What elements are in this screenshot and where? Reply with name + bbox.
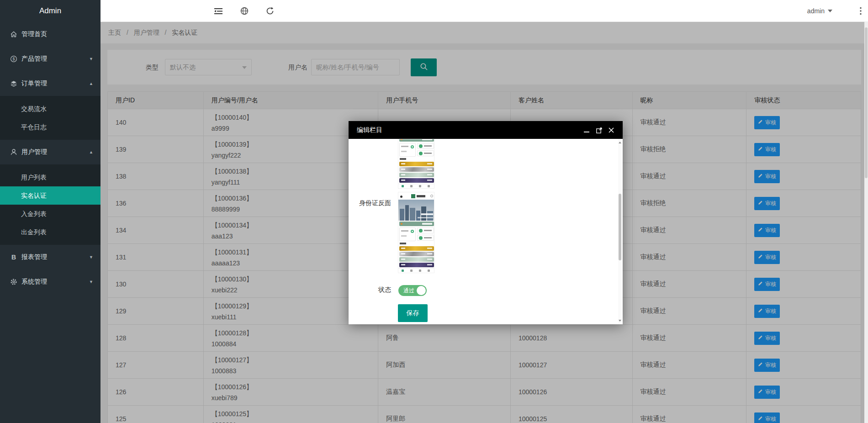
user-menu[interactable]: admin	[807, 0, 832, 22]
sidebar: Admin 管理首页 $ 产品管理 ▼ 订单管理 ▲ 交易流水 平仓日志	[0, 0, 101, 423]
refresh-icon[interactable]	[261, 0, 279, 22]
sidebar-item-label: 系统管理	[21, 278, 47, 286]
settings-icon	[10, 278, 17, 286]
chevron-down-icon: ▼	[89, 255, 93, 259]
svg-text:$: $	[12, 57, 15, 61]
product-icon: $	[10, 55, 17, 63]
id-card-back-image	[398, 192, 434, 273]
minimize-icon[interactable]	[583, 127, 590, 133]
phone-screenshot-mock	[398, 139, 434, 189]
topbar: admin	[101, 0, 868, 22]
status-label: 状态	[349, 286, 391, 294]
close-icon[interactable]	[608, 127, 614, 133]
dialog-header: 编辑栏目	[349, 121, 623, 139]
admin-app: Admin 管理首页 $ 产品管理 ▼ 订单管理 ▲ 交易流水 平仓日志	[0, 0, 868, 423]
sidebar-item-label: 报表管理	[21, 253, 47, 261]
sidebar-item-trade-flow[interactable]: 交易流水	[0, 100, 101, 118]
orders-submenu: 交易流水 平仓日志	[0, 96, 101, 140]
status-toggle-label: 通过	[403, 285, 414, 296]
dialog-title: 编辑栏目	[357, 121, 382, 139]
report-icon: B	[10, 254, 17, 261]
dialog-scrollbar-thumb[interactable]	[619, 194, 621, 260]
chevron-up-icon: ▲	[89, 150, 93, 154]
user-menu-label: admin	[807, 7, 825, 15]
sidebar-item-realname-auth[interactable]: 实名认证	[0, 186, 101, 205]
users-submenu: 用户列表 实名认证 入金列表 出金列表	[0, 164, 101, 245]
chevron-down-icon: ▼	[89, 57, 93, 61]
page-scrollbar-thumb[interactable]	[865, 27, 868, 178]
edit-dialog: 编辑栏目	[349, 121, 623, 324]
id-back-label: 身份证反面	[349, 199, 391, 207]
sidebar-item-withdraw-list[interactable]: 出金列表	[0, 223, 101, 241]
globe-icon[interactable]	[235, 0, 254, 22]
dialog-body: 身份证反面 状态 通过	[349, 139, 623, 324]
caret-down-icon	[828, 10, 832, 12]
sidebar-item-label: 订单管理	[21, 79, 47, 88]
id-card-front-image	[398, 139, 434, 189]
home-icon	[10, 31, 17, 38]
status-toggle[interactable]: 通过	[398, 285, 427, 296]
sidebar-item-orders[interactable]: 订单管理 ▲	[0, 71, 101, 96]
chevron-up-icon: ▲	[89, 81, 93, 86]
sidebar-item-users[interactable]: 用户管理 ▲	[0, 140, 101, 164]
sidebar-item-reports[interactable]: B 报表管理 ▼	[0, 245, 101, 270]
sidebar-item-system[interactable]: 系统管理 ▼	[0, 270, 101, 294]
sidebar-item-label: 用户管理	[21, 148, 47, 156]
phone-screenshot-mock	[398, 192, 434, 273]
dialog-scrollbar[interactable]	[618, 139, 622, 324]
user-icon	[10, 148, 17, 156]
scroll-up-icon[interactable]	[618, 139, 622, 146]
maximize-icon[interactable]	[596, 127, 602, 133]
sidebar-item-products[interactable]: $ 产品管理 ▼	[0, 47, 101, 71]
sidebar-item-deposit-list[interactable]: 入金列表	[0, 205, 101, 223]
sidebar-item-label: 管理首页	[21, 30, 47, 38]
sidebar-item-dashboard[interactable]: 管理首页	[0, 22, 101, 47]
kebab-menu-icon[interactable]	[860, 0, 862, 22]
sidebar-item-user-list[interactable]: 用户列表	[0, 168, 101, 186]
orders-icon	[10, 80, 17, 87]
chevron-down-icon: ▼	[89, 280, 93, 284]
scroll-down-icon[interactable]	[618, 317, 622, 324]
toggle-knob	[417, 286, 426, 295]
sidebar-item-close-log[interactable]: 平仓日志	[0, 118, 101, 136]
sidebar-item-label: 产品管理	[21, 55, 47, 63]
page-scrollbar[interactable]	[864, 22, 868, 423]
app-logo: Admin	[0, 0, 101, 22]
collapse-sidebar-icon[interactable]	[209, 0, 228, 22]
save-button[interactable]: 保存	[398, 304, 428, 322]
